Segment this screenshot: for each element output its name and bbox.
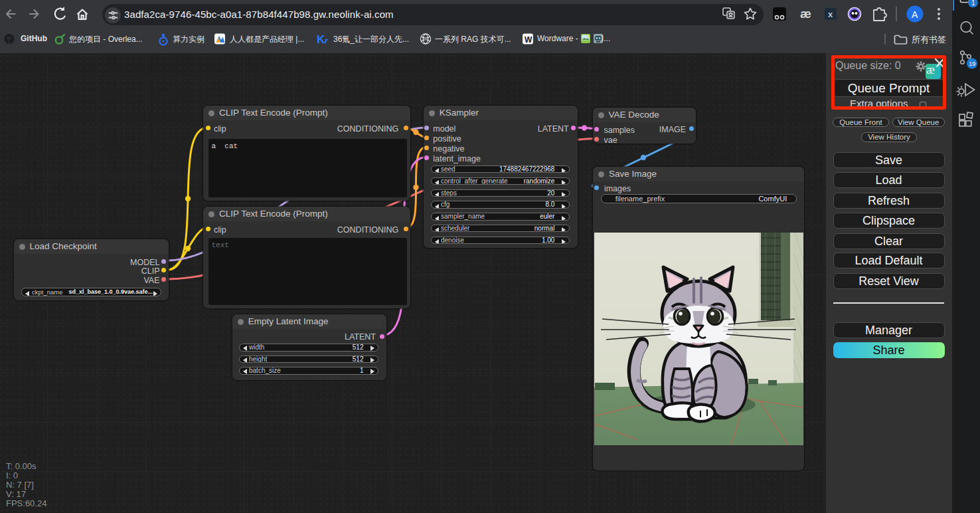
svg-text:æ: æ <box>800 7 811 21</box>
svg-text:19: 19 <box>969 60 975 67</box>
svg-text:x: x <box>828 9 833 19</box>
svg-text:W: W <box>525 35 532 45</box>
svg-text:A: A <box>912 9 918 20</box>
svg-text:1: 1 <box>971 0 975 7</box>
